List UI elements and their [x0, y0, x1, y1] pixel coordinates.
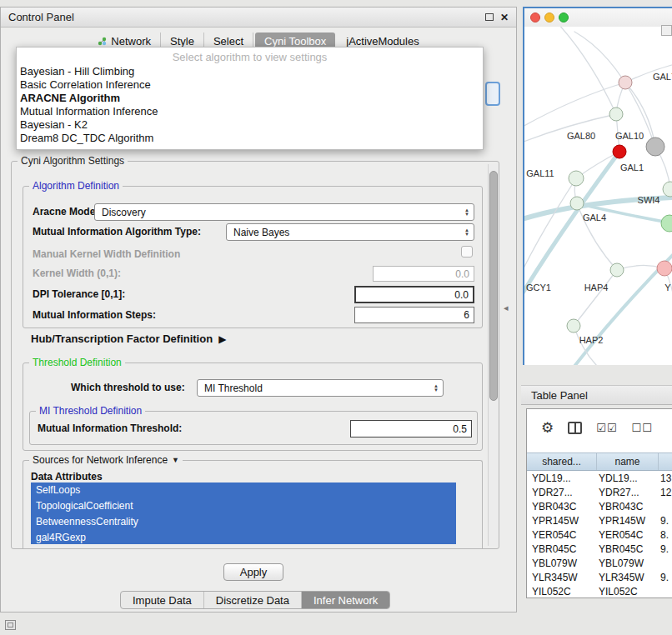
- table-cell: YDR27...: [597, 487, 659, 498]
- table-row[interactable]: YLR345WYLR345W9.: [527, 570, 672, 584]
- column-header-shared-name[interactable]: shared...: [527, 453, 597, 470]
- list-item[interactable]: SelfLoops: [31, 482, 456, 498]
- table-row[interactable]: YPR145WYPR145W9.: [527, 513, 672, 528]
- column-header-name[interactable]: name: [597, 453, 659, 470]
- data-attributes-label: Data Attributes: [31, 471, 103, 482]
- algorithm-placeholder: Select algorithm to view settings: [17, 48, 483, 65]
- list-item[interactable]: gal4RGexp: [31, 530, 456, 544]
- algorithm-option[interactable]: Dream8 DC_TDC Algorithm: [17, 132, 483, 145]
- kernel-width-field[interactable]: 0.0: [373, 266, 474, 282]
- network-edge: [573, 235, 672, 365]
- algorithm-option[interactable]: Basic Correlation Inference: [17, 78, 483, 92]
- network-node[interactable]: [567, 319, 580, 332]
- attribute-table-body: YDL19...YDL19...13YDR27...YDR27...12YBR0…: [527, 471, 672, 598]
- table-row[interactable]: YER054CYER054C8.: [527, 528, 672, 542]
- hub-transcription-factor-section[interactable]: Hub/Transcription Factor Definition ▶: [31, 332, 226, 345]
- table-cell: 12: [659, 487, 672, 498]
- network-scroll-corner[interactable]: [661, 25, 672, 36]
- table-cell: YLR345W: [597, 572, 659, 583]
- column-header-extra[interactable]: [659, 453, 672, 470]
- network-node[interactable]: [570, 197, 584, 210]
- table-panel-window: ⚙ ☑☑ ☐☐ shared... name YDL19...YDL19...1…: [526, 408, 672, 598]
- taskbar-icon[interactable]: [5, 620, 16, 630]
- table-cell: YDL19...: [527, 472, 597, 484]
- tab-label: Network: [111, 35, 151, 48]
- network-node[interactable]: [657, 261, 672, 276]
- algorithm-definition-legend: Algorithm Definition: [29, 180, 123, 192]
- network-node[interactable]: [663, 182, 672, 197]
- settings-scrollbar[interactable]: [488, 164, 499, 546]
- network-node[interactable]: [610, 263, 624, 277]
- network-node[interactable]: [609, 108, 623, 121]
- manual-kernel-width-checkbox[interactable]: [461, 246, 473, 258]
- list-item[interactable]: BetweennessCentrality: [31, 514, 456, 530]
- table-cell: YIL052C: [527, 586, 597, 598]
- tab-impute-data[interactable]: Impute Data: [121, 592, 204, 608]
- table-cell: YLR345W: [527, 572, 597, 583]
- aracne-mode-label: Aracne Mode:: [33, 205, 98, 218]
- network-canvas[interactable]: GAL7GAL80GAL10GAL11GAL1SWI4GAL4GCY1HAP4Y…: [524, 27, 672, 365]
- tab-label: Select: [213, 35, 243, 48]
- network-edge: [664, 268, 672, 330]
- minimize-traffic-light[interactable]: [544, 12, 554, 22]
- settings-scrollbar-thumb[interactable]: [489, 171, 498, 401]
- gear-icon[interactable]: ⚙: [541, 421, 554, 435]
- column-visibility-icon[interactable]: [568, 422, 582, 434]
- table-cell: YBR045C: [597, 543, 659, 555]
- tab-discretize-data[interactable]: Discretize Data: [204, 592, 302, 608]
- splitter-collapse-arrow[interactable]: ◂: [504, 303, 509, 312]
- tab-infer-network[interactable]: Infer Network: [302, 592, 389, 608]
- zoom-traffic-light[interactable]: [559, 12, 569, 22]
- mi-steps-label: Mutual Information Steps:: [33, 308, 156, 322]
- table-cell: YPR145W: [597, 515, 659, 527]
- kernel-width-label: Kernel Width (0,1):: [33, 267, 121, 280]
- close-icon[interactable]: ✕: [500, 12, 509, 22]
- list-item[interactable]: TopologicalCoefficient: [31, 498, 456, 514]
- network-node-label: GAL80: [567, 131, 595, 141]
- table-row[interactable]: YDL19...YDL19...13: [527, 471, 672, 485]
- table-cell: 13: [659, 472, 672, 484]
- select-all-icon[interactable]: ☑☑: [596, 422, 617, 433]
- aracne-mode-select[interactable]: Discovery ▲▼: [94, 203, 474, 221]
- tab-label: Style: [170, 35, 194, 48]
- deselect-all-icon[interactable]: ☐☐: [632, 422, 653, 433]
- network-node[interactable]: [569, 171, 584, 186]
- table-row[interactable]: YBR043CYBR043C: [527, 499, 672, 513]
- combo-arrows-icon: ▲▼: [464, 208, 474, 217]
- data-attributes-list[interactable]: SelfLoops TopologicalCoefficient Between…: [31, 482, 456, 544]
- algorithm-option[interactable]: Mutual Information Inference: [17, 105, 483, 118]
- algorithm-option[interactable]: Bayesian - K2: [17, 118, 483, 132]
- mi-threshold-definition-legend: MI Threshold Definition: [36, 405, 145, 417]
- apply-button[interactable]: Apply: [223, 563, 283, 581]
- table-row[interactable]: YBR045CYBR045C9.: [527, 542, 672, 556]
- combo-arrows-icon: ▲▼: [464, 228, 474, 237]
- table-row[interactable]: YIL052CYIL052C: [527, 584, 672, 598]
- network-node-label: Y: [664, 282, 671, 292]
- mi-algorithm-type-select[interactable]: Naive Bayes ▲▼: [226, 223, 474, 241]
- sources-legend: Sources for Network Inference: [33, 454, 168, 466]
- table-row[interactable]: YBL079WYBL079W: [527, 556, 672, 570]
- which-threshold-select[interactable]: MI Threshold ▲▼: [197, 379, 444, 397]
- table-panel-header: Table Panel: [521, 385, 672, 405]
- dpi-tolerance-field[interactable]: 0.0: [354, 286, 474, 303]
- mi-threshold-field[interactable]: 0.5: [350, 420, 472, 438]
- control-panel-title: Control Panel: [8, 11, 74, 23]
- network-node[interactable]: [646, 138, 664, 156]
- network-node[interactable]: [619, 76, 632, 89]
- collapse-down-icon[interactable]: ▼: [172, 456, 179, 464]
- table-cell: YIL052C: [597, 586, 659, 598]
- network-node[interactable]: [613, 145, 626, 158]
- mi-steps-field[interactable]: 6: [354, 307, 474, 323]
- table-cell: YER054C: [527, 529, 597, 541]
- float-window-icon[interactable]: [485, 13, 494, 21]
- algorithm-option[interactable]: Bayesian - Hill Climbing: [17, 65, 483, 78]
- network-node[interactable]: [661, 215, 672, 232]
- network-tab-icon: [98, 37, 107, 46]
- network-edge: [524, 178, 576, 277]
- close-traffic-light[interactable]: [530, 12, 540, 22]
- algorithm-option-selected[interactable]: ARACNE Algorithm: [17, 92, 483, 105]
- algorithm-combobox-button[interactable]: [485, 82, 500, 106]
- manual-kernel-width-label: Manual Kernel Width Definition: [33, 248, 180, 261]
- table-cell: YER054C: [597, 529, 659, 541]
- table-row[interactable]: YDR27...YDR27...12: [527, 485, 672, 499]
